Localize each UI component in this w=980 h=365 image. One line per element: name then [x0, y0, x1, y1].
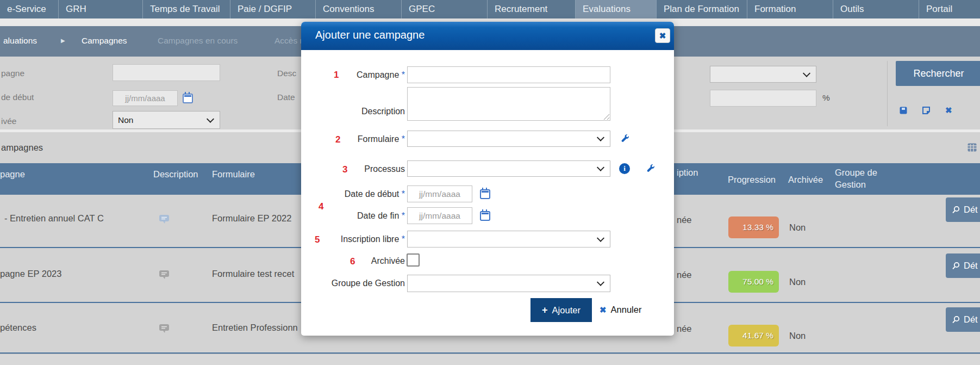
nav-label: Portail	[926, 4, 952, 14]
percent-suffix: %	[822, 93, 830, 103]
chevron-down-icon	[597, 164, 604, 171]
groupe-label: Groupe de Gestion	[301, 279, 405, 288]
cell-campagne: pagne EP 2023	[0, 269, 61, 279]
modal-title: Ajouter une campagne	[315, 29, 425, 41]
formulaire-select[interactable]	[407, 131, 610, 147]
wrench-icon[interactable]	[620, 134, 629, 143]
cell-inscription-fragment: née	[677, 270, 692, 280]
description-textarea[interactable]	[407, 87, 610, 121]
magnifier-icon	[952, 262, 960, 270]
detail-button[interactable]: Dét	[946, 307, 980, 332]
chevron-down-icon	[597, 279, 604, 286]
calendar-icon[interactable]	[183, 94, 193, 103]
cell-formulaire: Formulaire test recet	[212, 269, 294, 279]
nav-item-paie-dgfip[interactable]: Paie / DGFIP	[230, 0, 315, 18]
cell-archivee: Non	[789, 222, 806, 233]
filter-archivee-select[interactable]: Non	[113, 111, 220, 129]
nav-item-evaluations-active[interactable]: Evaluations	[575, 0, 656, 18]
subnav-item-campagnes[interactable]: Campagnes	[82, 36, 127, 46]
progression-badge: 75.00 %	[728, 271, 779, 293]
cell-formulaire: Formulaire EP 2022	[212, 213, 291, 224]
plus-icon: +	[542, 305, 548, 316]
nav-item-temps-de-travail[interactable]: Temps de Travail	[142, 0, 230, 18]
col-progression: Progression	[728, 175, 776, 185]
nav-label: Evaluations	[583, 4, 631, 14]
ajouter-button[interactable]: + Ajouter	[530, 298, 592, 322]
cell-campagne: - Entretien annuel CAT C	[4, 213, 104, 224]
filter-campagne-label: pagne	[1, 69, 24, 78]
filter-archivee-value: Non	[118, 115, 133, 125]
breadcrumb-evaluations: aluations	[3, 36, 37, 46]
inscription-select[interactable]	[407, 231, 610, 248]
col-campagne: pagne	[0, 169, 25, 180]
nav-label: Temps de Travail	[150, 4, 220, 14]
required-star: *	[402, 234, 405, 244]
filter-campagne-input[interactable]	[113, 64, 220, 81]
clear-filter-icon[interactable]: ✖	[945, 106, 952, 115]
archivee-label: Archivée	[301, 256, 405, 266]
col-archivee: Archivée	[788, 175, 823, 185]
chevron-down-icon	[803, 69, 810, 77]
filter-date-debut-input[interactable]	[113, 90, 178, 106]
nav-item-gpec[interactable]: GPEC	[401, 0, 487, 18]
search-button[interactable]: Rechercher	[896, 61, 980, 86]
info-icon[interactable]: i	[619, 163, 630, 174]
detail-button-label: Dét	[964, 261, 978, 271]
calendar-icon[interactable]	[480, 189, 490, 199]
date-fin-input[interactable]	[407, 207, 472, 224]
detail-button[interactable]: Dét	[946, 253, 980, 278]
annuler-button[interactable]: ✖ Annuler	[600, 305, 641, 315]
cell-archivee: Non	[789, 277, 806, 287]
col-groupe-gestion: Groupe de Gestion	[835, 166, 895, 190]
magnifier-icon	[952, 206, 960, 214]
magnifier-icon	[952, 315, 960, 324]
grid-icon[interactable]	[967, 143, 977, 152]
cancel-x-icon: ✖	[600, 305, 607, 315]
filter-group-select[interactable]	[710, 66, 816, 83]
nav-item-e-service[interactable]: e-Service	[0, 0, 58, 18]
note-icon[interactable]	[922, 107, 930, 114]
wrench-icon[interactable]	[645, 164, 654, 173]
filter-progression-input[interactable]	[710, 90, 816, 107]
nav-item-grh[interactable]: GRH	[58, 0, 142, 18]
cell-inscription-fragment: née	[677, 215, 692, 225]
breadcrumb-arrow-icon: ▶	[61, 38, 65, 44]
nav-label: Outils	[840, 4, 864, 14]
detail-button[interactable]: Dét	[946, 197, 980, 222]
campagne-input[interactable]	[407, 66, 610, 83]
calendar-icon[interactable]	[480, 211, 490, 221]
nav-label: Formation	[754, 4, 796, 14]
required-star: *	[402, 189, 405, 199]
cell-archivee: Non	[789, 331, 806, 341]
close-icon[interactable]: ✖	[655, 28, 670, 43]
comment-bubble-icon[interactable]	[159, 214, 170, 224]
annotation-4: 4	[319, 201, 323, 212]
nav-item-outils[interactable]: Outils	[833, 0, 919, 18]
col-description: Description	[153, 169, 198, 180]
comment-bubble-icon[interactable]	[159, 324, 170, 333]
nav-item-conventions[interactable]: Conventions	[315, 0, 401, 18]
nav-item-formation[interactable]: Formation	[747, 0, 833, 18]
nav-item-portail[interactable]: Portail	[919, 0, 980, 18]
save-search-icon[interactable]	[900, 107, 907, 114]
filter-description-label: Desc	[277, 69, 296, 78]
ajouter-button-label: Ajouter	[552, 305, 580, 315]
detail-button-label: Dét	[964, 314, 978, 325]
nav-label: e-Service	[7, 4, 46, 14]
comment-bubble-icon[interactable]	[159, 270, 170, 280]
cell-inscription-fragment: née	[677, 324, 692, 334]
detail-button-label: Dét	[964, 205, 978, 215]
subnav-item-campagnes-en-cours[interactable]: Campagnes en cours	[158, 36, 238, 46]
progression-badge: 41.67 %	[728, 325, 779, 347]
nav-label: Conventions	[323, 4, 374, 14]
nav-item-plan-de-formation[interactable]: Plan de Formation	[656, 0, 747, 18]
processus-select[interactable]	[407, 160, 610, 177]
table-footer-bar	[0, 354, 980, 365]
search-button-label: Rechercher	[913, 68, 964, 79]
nav-label: Paie / DGFIP	[238, 4, 292, 14]
groupe-select[interactable]	[407, 275, 610, 292]
top-navigation: e-Service GRH Temps de Travail Paie / DG…	[0, 0, 980, 18]
nav-item-recrutement[interactable]: Recrutement	[487, 0, 575, 18]
date-debut-input[interactable]	[407, 185, 472, 202]
archivee-checkbox[interactable]	[407, 253, 420, 267]
